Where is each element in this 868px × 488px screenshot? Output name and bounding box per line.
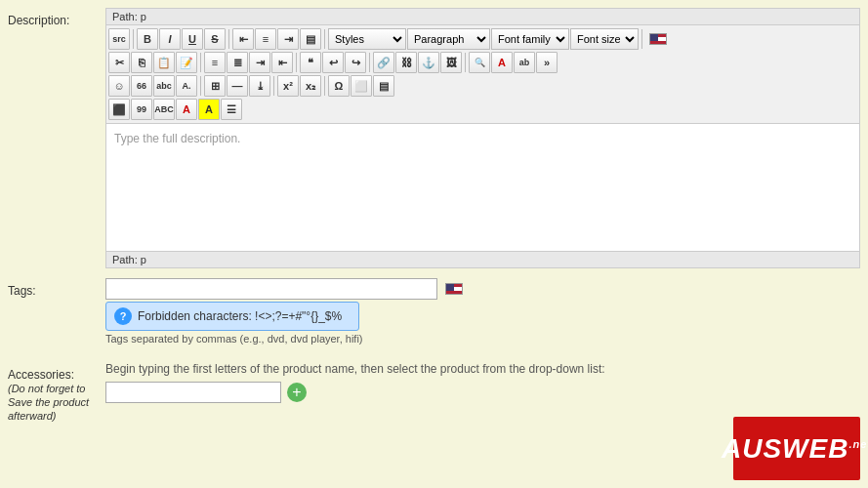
unlink-button[interactable]: ⛓: [395, 52, 417, 73]
tags-row: Tags: ? Forbidden characters: !<>;?=+#"°…: [8, 278, 860, 345]
paste-button[interactable]: 📋: [153, 52, 175, 73]
separator: [133, 29, 134, 49]
language-flag-icon: [649, 33, 667, 45]
spellcheck-button[interactable]: abc: [153, 75, 175, 97]
accessories-hint: Begin typing the first letters of the pr…: [105, 362, 605, 376]
separator: [200, 53, 201, 72]
specialchar2-button[interactable]: Ω: [328, 75, 350, 97]
italic-button[interactable]: I: [159, 28, 181, 50]
separator: [228, 29, 229, 49]
accessories-label-text: Accessories:: [8, 368, 105, 382]
accessories-input[interactable]: [105, 382, 281, 403]
find-button[interactable]: 🔍: [469, 52, 490, 73]
tags-language-flag-icon: [445, 283, 463, 295]
hilite-button[interactable]: A: [198, 99, 220, 120]
abbr-button[interactable]: ABC: [153, 99, 175, 120]
strikethrough-button[interactable]: S: [204, 28, 226, 50]
accessories-row: Accessories: (Do not forget to Save the …: [8, 362, 860, 423]
separator: [273, 76, 274, 96]
cut-button[interactable]: ✂: [108, 52, 130, 73]
tags-input[interactable]: [105, 278, 437, 300]
editor-path-bottom: Path: p: [106, 251, 859, 267]
separator: [296, 53, 297, 72]
tags-input-wrapper: ? Forbidden characters: !<>;?=+#"°{}_$%: [105, 278, 437, 300]
redo-button[interactable]: ↪: [345, 52, 366, 73]
subscript-button[interactable]: x₂: [300, 75, 321, 97]
description-label: Description:: [8, 8, 105, 268]
ordered-list-button[interactable]: ≣: [227, 52, 248, 73]
blockquote-button[interactable]: ❝: [300, 52, 321, 73]
toolbar-row-2: ✂ ⎘ 📋 📝 ≡ ≣ ⇥ ⇤ ❝ ↩ ↪ 🔗 ⛓ ⚓: [108, 52, 857, 73]
superscript-button[interactable]: x²: [277, 75, 299, 97]
editor-path-top: Path: p: [106, 9, 859, 25]
source-button[interactable]: src: [108, 28, 130, 50]
specialchar-button[interactable]: 66: [131, 75, 152, 97]
pagebreak-button[interactable]: ⤓: [249, 75, 270, 97]
editor-placeholder: Type the full description.: [114, 132, 240, 145]
paragraph-select[interactable]: Paragraph: [407, 28, 490, 50]
separator: [324, 29, 325, 49]
tags-hint: Tags separated by commas (e.g., dvd, dvd…: [105, 333, 463, 345]
iframe-button[interactable]: ⬜: [351, 75, 372, 97]
fontfamily-select[interactable]: Font family: [491, 28, 569, 50]
indent-button[interactable]: ⇥: [249, 52, 270, 73]
align-justify-button[interactable]: ▤: [300, 28, 321, 50]
align-center-button[interactable]: ≡: [255, 28, 276, 50]
accessories-input-row: +: [105, 382, 605, 403]
bgcolor-button[interactable]: ab: [514, 52, 535, 73]
hline-button[interactable]: —: [227, 75, 248, 97]
editor-content[interactable]: Type the full description.: [106, 124, 859, 251]
more-button[interactable]: »: [536, 52, 558, 73]
scayt-button[interactable]: A.: [176, 75, 197, 97]
editor-container: Path: p src B I U S ⇤ ≡ ⇥ ▤: [105, 8, 860, 268]
unordered-list-button[interactable]: ≡: [204, 52, 226, 73]
separator: [200, 76, 201, 96]
forbidden-text: Forbidden characters: !<>;?=+#"°{}_$%: [138, 309, 342, 323]
link-button[interactable]: 🔗: [373, 52, 394, 73]
fontsize-select[interactable]: Font size: [570, 28, 639, 50]
align-right-button[interactable]: ⇥: [277, 28, 299, 50]
toolbar-row-1: src B I U S ⇤ ≡ ⇥ ▤ Styles Par: [108, 28, 857, 50]
table-button[interactable]: ⊞: [204, 75, 226, 97]
accessories-label: Accessories: (Do not forget to Save the …: [8, 362, 105, 423]
image-button[interactable]: 🖼: [440, 52, 462, 73]
paste-text-button[interactable]: 📝: [176, 52, 197, 73]
separator: [465, 53, 466, 72]
toolbar-row-4: ⬛ 99 ABC A A ☰: [108, 99, 857, 120]
fontcolor2-button[interactable]: A: [176, 99, 197, 120]
tags-label: Tags:: [8, 278, 105, 345]
add-accessory-button[interactable]: +: [287, 383, 307, 402]
underline-button[interactable]: U: [182, 28, 203, 50]
toolbar-row-3: ☺ 66 abc A. ⊞ — ⤓ x² x₂ Ω ⬜ ▤: [108, 75, 857, 97]
accessories-sublabel: (Do not forget to Save the product after…: [8, 383, 89, 422]
logo-text: AUSWEB.net: [722, 433, 868, 465]
logo-domain: .net: [848, 437, 868, 449]
bold-button[interactable]: B: [137, 28, 158, 50]
flash-button[interactable]: 99: [131, 99, 152, 120]
pasteword-button[interactable]: ☰: [221, 99, 242, 120]
align-left-button[interactable]: ⇤: [232, 28, 254, 50]
anchor-button[interactable]: ⚓: [418, 52, 439, 73]
separator: [324, 76, 325, 96]
info-icon: ?: [114, 307, 132, 325]
styles-select[interactable]: Styles: [328, 28, 406, 50]
outdent-button[interactable]: ⇤: [271, 52, 293, 73]
color-button[interactable]: A: [491, 52, 513, 73]
showblocks-button[interactable]: ▤: [373, 75, 394, 97]
editor-toolbar: src B I U S ⇤ ≡ ⇥ ▤ Styles Par: [106, 25, 859, 124]
smiley-button[interactable]: ☺: [108, 75, 130, 97]
separator: [369, 53, 370, 72]
separator: [641, 29, 642, 49]
template-button[interactable]: ⬛: [108, 99, 130, 120]
logo-box: AUSWEB.net: [733, 417, 860, 480]
copy-button[interactable]: ⎘: [131, 52, 152, 73]
undo-button[interactable]: ↩: [322, 52, 344, 73]
forbidden-tooltip: ? Forbidden characters: !<>;?=+#"°{}_$%: [105, 302, 359, 331]
